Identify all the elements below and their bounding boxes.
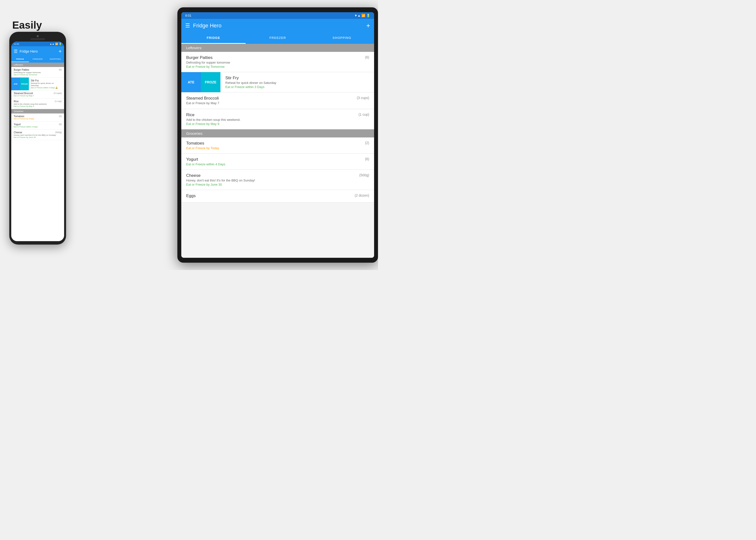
phone-item-cheese[interactable]: Cheese (500g) Honey, don't eat this! It'… (11, 130, 64, 140)
phone-menu-icon[interactable] (14, 49, 18, 54)
tablet-signal-icons: ▼▲ 📶 🔋 (354, 14, 370, 17)
phone-item-tomatoes[interactable]: Tomatoes (2) Eat or Freeze by Today (11, 113, 64, 122)
tablet-item-yogurt[interactable]: Yogurt Eat or Freeze within 4 Days (6) (181, 154, 374, 170)
phone-tabs: FRIDGE FREEZER SHOPPING (11, 57, 64, 63)
phone-mockup: 11:01 ▲▲ 📶 🔋 Fridge Hero FRIDGE FREEZER … (9, 32, 66, 245)
phone-toolbar: Fridge Hero (11, 46, 64, 57)
tablet-tabs: FRIDGE FREEZER SHOPPING (181, 33, 374, 44)
phone-tab-fridge[interactable]: FRIDGE (11, 57, 29, 62)
phone-list: Leftovers: Burger Patties (6) Defrosting… (11, 63, 64, 241)
tablet-item-tomatoes[interactable]: Tomatoes Eat or Freeze by Today (2) (181, 137, 374, 154)
tablet-tab-shopping[interactable]: SHOPPING (310, 33, 374, 44)
phone-section-groceries: Groceries: (11, 109, 64, 113)
phone-item-burger-patties[interactable]: Burger Patties (6) Defrosting for supper… (11, 67, 64, 77)
phone-stir-fry-content: Stir Fry Reheat for quick dinner on Satu… (29, 78, 64, 90)
phone-tab-shopping[interactable]: SHOPPING (47, 57, 64, 62)
tablet-item-broccoli[interactable]: Steamed Broccoli Eat or Freeze by May 7 … (181, 92, 374, 109)
phone-item-stir-fry[interactable]: ATE FROZE Stir Fry Reheat for quick dinn… (11, 77, 64, 90)
tablet-item-cheese[interactable]: Cheese Honey, don't eat this! It's for t… (181, 170, 374, 190)
phone-swipe-actions: ATE FROZE (11, 77, 29, 90)
phone-app-title: Fridge Hero (20, 50, 59, 53)
tablet-toolbar: ☰ Fridge Hero + (181, 19, 374, 33)
tablet-item-stir-fry[interactable]: ATE FROZE Stir Fry Reheat for quick dinn… (181, 72, 374, 92)
phone-item-broccoli[interactable]: Steamed Broccoli (3 cups) Eat or Freeze … (11, 90, 64, 98)
phone-camera (37, 35, 39, 37)
tablet-mockup: 8:01 ▼▲ 📶 🔋 ☰ Fridge Hero + FRIDGE FREEZ… (177, 7, 378, 263)
tablet-item-rice[interactable]: Rice Add to the chicken soup this weeken… (181, 109, 374, 129)
tablet-menu-icon[interactable]: ☰ (185, 23, 190, 29)
tablet-time: 8:01 (185, 14, 191, 17)
phone-tab-freezer[interactable]: FREEZER (29, 57, 47, 62)
phone-section-leftovers: Leftovers: (11, 63, 64, 67)
tablet-froze-button[interactable]: FROZE (201, 72, 221, 92)
tablet-status-bar: 8:01 ▼▲ 📶 🔋 (181, 12, 374, 19)
tablet-list: Leftovers: Burger Patties Defrosting for… (181, 44, 374, 258)
phone-notch (30, 38, 45, 40)
tablet-screen: 8:01 ▼▲ 📶 🔋 ☰ Fridge Hero + FRIDGE FREEZ… (181, 12, 374, 258)
tablet-app-title: Fridge Hero (193, 23, 366, 29)
phone-time: 11:01 (14, 43, 19, 45)
phone-signal-icons: ▲▲ 📶 🔋 (50, 43, 62, 45)
phone-ate-button[interactable]: ATE (11, 77, 20, 90)
tablet-item-eggs[interactable]: Eggs (2 dozen) (181, 190, 374, 202)
phone-froze-button[interactable]: FROZE (20, 77, 29, 90)
tablet-item-burger-patties[interactable]: Burger Patties Defrosting for supper tom… (181, 52, 374, 72)
tablet-stir-fry-content: Stir Fry Reheat for quick dinner on Satu… (221, 72, 374, 92)
tablet-add-icon[interactable]: + (366, 22, 370, 30)
tablet-tab-fridge[interactable]: FRIDGE (181, 33, 246, 44)
tablet-section-leftovers: Leftovers: (181, 44, 374, 52)
tablet-section-groceries: Groceries: (181, 129, 374, 137)
phone-item-yogurt[interactable]: Yogurt (6) Eat or Freeze within 4 Days (11, 122, 64, 130)
phone-item-rice[interactable]: Rice (1 cup) Add to the chicken soup thi… (11, 98, 64, 109)
tablet-tab-freezer[interactable]: FREEZER (246, 33, 310, 44)
phone-status-bar: 11:01 ▲▲ 📶 🔋 (11, 42, 64, 46)
tablet-ate-button[interactable]: ATE (181, 72, 201, 92)
phone-screen: 11:01 ▲▲ 📶 🔋 Fridge Hero FRIDGE FREEZER … (11, 42, 64, 241)
phone-add-icon[interactable] (59, 48, 62, 55)
